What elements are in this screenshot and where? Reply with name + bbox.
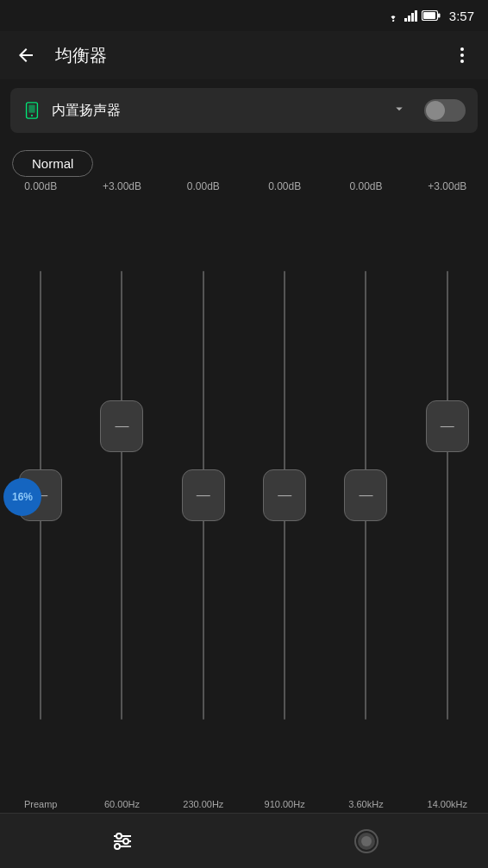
sliders-wrapper: 16% 0.00dB +3.00dB 0.00dB 0.00dB 0.00dB …	[0, 180, 488, 813]
slider-thumb-60hz[interactable]	[100, 400, 143, 452]
svg-rect-1	[404, 18, 407, 22]
status-time: 3:57	[449, 9, 474, 23]
device-name: 内置扬声器	[52, 102, 381, 120]
svg-point-19	[115, 844, 120, 849]
status-icons	[385, 9, 441, 22]
svg-rect-4	[415, 10, 417, 22]
slider-col-60hz	[81, 196, 162, 794]
sliders-row	[0, 196, 488, 794]
svg-point-18	[123, 839, 128, 844]
wifi-icon	[385, 9, 401, 22]
freq-label-1: 60.00Hz	[81, 799, 162, 809]
svg-point-13	[31, 115, 33, 116]
preset-button[interactable]: Normal	[12, 150, 93, 177]
svg-point-9	[460, 53, 464, 57]
db-label-1: +3.00dB	[81, 180, 162, 192]
percent-badge: 16%	[3, 478, 41, 516]
slider-thumb-14khz[interactable]	[426, 400, 469, 452]
svg-rect-6	[423, 12, 435, 19]
device-icon	[22, 101, 41, 120]
device-toggle[interactable]	[424, 99, 466, 122]
db-labels-row: 0.00dB +3.00dB 0.00dB 0.00dB 0.00dB +3.0…	[0, 180, 488, 196]
freq-label-3: 910.00Hz	[244, 799, 325, 809]
svg-point-17	[116, 833, 122, 839]
profile-nav-button[interactable]	[346, 821, 387, 862]
slider-col-14khz	[407, 196, 488, 794]
more-options-button[interactable]	[447, 40, 478, 71]
db-label-5: +3.00dB	[407, 180, 488, 192]
db-label-3: 0.00dB	[244, 180, 325, 192]
db-label-2: 0.00dB	[163, 180, 244, 192]
svg-point-10	[460, 60, 464, 63]
slider-track-910hz[interactable]	[244, 196, 325, 794]
signal-icon	[404, 9, 418, 22]
preset-area: Normal	[0, 142, 488, 180]
main-content: 内置扬声器 Normal 16% 0.00dB +3.00dB 0.00dB 0…	[0, 79, 488, 813]
slider-thumb-230hz[interactable]	[182, 469, 225, 521]
svg-rect-7	[438, 14, 441, 18]
freq-label-4: 3.60kHz	[325, 799, 406, 809]
slider-track-3600hz[interactable]	[325, 196, 406, 794]
slider-col-3600hz	[325, 196, 406, 794]
freq-label-5: 14.00kHz	[407, 799, 488, 809]
slider-thumb-910hz[interactable]	[263, 469, 306, 521]
status-bar: 3:57	[0, 0, 488, 31]
svg-point-22	[361, 836, 372, 846]
freq-label-0: Preamp	[0, 799, 81, 809]
top-bar: 均衡器	[0, 31, 488, 79]
svg-rect-12	[28, 105, 34, 113]
slider-col-910hz	[244, 196, 325, 794]
svg-point-8	[460, 47, 464, 51]
slider-col-230hz	[163, 196, 244, 794]
equalizer-nav-button[interactable]	[102, 821, 143, 862]
db-label-4: 0.00dB	[325, 180, 406, 192]
svg-rect-2	[408, 16, 410, 22]
battery-icon	[422, 10, 441, 21]
back-button[interactable]	[10, 40, 41, 71]
slider-track-230hz[interactable]	[163, 196, 244, 794]
slider-thumb-3600hz[interactable]	[344, 469, 387, 521]
freq-label-2: 230.00Hz	[163, 799, 244, 809]
device-selector[interactable]: 内置扬声器	[10, 88, 478, 133]
db-label-0: 0.00dB	[0, 180, 81, 192]
svg-rect-3	[411, 13, 414, 22]
page-title: 均衡器	[55, 44, 433, 67]
freq-labels-row: Preamp 60.00Hz 230.00Hz 910.00Hz 3.60kHz…	[0, 794, 488, 813]
bottom-nav	[0, 813, 488, 868]
slider-track-60hz[interactable]	[81, 196, 162, 794]
slider-track-14khz[interactable]	[407, 196, 488, 794]
device-dropdown-button[interactable]	[391, 101, 407, 121]
